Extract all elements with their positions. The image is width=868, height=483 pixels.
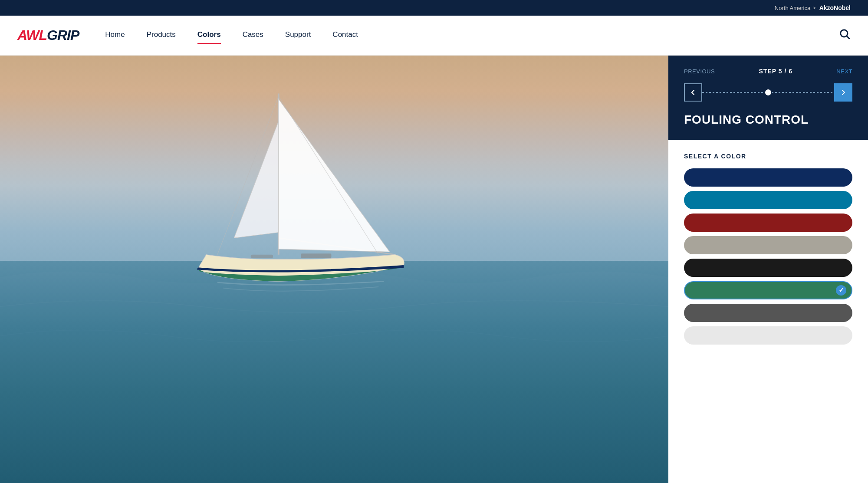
search-icon[interactable] bbox=[838, 28, 851, 43]
top-bar: North America > AkzoNobel bbox=[0, 0, 868, 16]
color-swatch-light-gray[interactable] bbox=[684, 326, 852, 345]
progress-line bbox=[702, 92, 834, 93]
previous-button[interactable]: PREVIOUS bbox=[684, 68, 715, 75]
color-selection-panel: SELECT A COLOR bbox=[668, 140, 868, 483]
water-ripples bbox=[0, 248, 668, 483]
nav-colors[interactable]: Colors bbox=[197, 30, 221, 41]
color-options-list bbox=[684, 168, 852, 345]
color-swatch-green[interactable] bbox=[684, 281, 852, 299]
color-swatch-navy[interactable] bbox=[684, 168, 852, 187]
nav-links: Home Products Colors Cases Support Conta… bbox=[105, 30, 838, 41]
svg-marker-5 bbox=[234, 122, 278, 238]
nav-home[interactable]: Home bbox=[105, 30, 125, 41]
nav-products[interactable]: Products bbox=[147, 30, 176, 41]
color-swatch-black[interactable] bbox=[684, 259, 852, 277]
color-swatch-red[interactable] bbox=[684, 214, 852, 232]
svg-line-1 bbox=[847, 36, 849, 39]
color-swatch-teal[interactable] bbox=[684, 191, 852, 209]
logo-grip: GRIP bbox=[47, 27, 79, 43]
chevron-icon: > bbox=[813, 5, 815, 10]
color-swatch-dark-gray[interactable] bbox=[684, 304, 852, 322]
region-label: North America bbox=[775, 5, 810, 11]
prev-arrow-button[interactable] bbox=[684, 83, 702, 102]
step-indicator: STEP 5 / 6 bbox=[759, 68, 792, 75]
step-progress-bar bbox=[684, 83, 852, 102]
logo[interactable]: AWLGRIP bbox=[17, 27, 79, 43]
step-header: PREVIOUS STEP 5 / 6 NEXT FOULING CONTROL bbox=[668, 56, 868, 140]
nav-cases[interactable]: Cases bbox=[243, 30, 263, 41]
region-selector[interactable]: North America > bbox=[775, 5, 816, 11]
svg-marker-4 bbox=[279, 99, 390, 252]
svg-point-0 bbox=[841, 30, 848, 37]
nav-support[interactable]: Support bbox=[285, 30, 311, 41]
progress-dot bbox=[765, 89, 771, 95]
right-panel: PREVIOUS STEP 5 / 6 NEXT FOULING CONTROL… bbox=[668, 56, 868, 483]
main-content: PREVIOUS STEP 5 / 6 NEXT FOULING CONTROL… bbox=[0, 56, 868, 483]
brand-label: AkzoNobel bbox=[819, 4, 851, 11]
step-title: FOULING CONTROL bbox=[684, 113, 852, 127]
color-section-title: SELECT A COLOR bbox=[684, 153, 852, 160]
next-button[interactable]: NEXT bbox=[836, 68, 852, 75]
main-nav: AWLGRIP Home Products Colors Cases Suppo… bbox=[0, 16, 868, 56]
nav-contact[interactable]: Contact bbox=[332, 30, 358, 41]
logo-awl: AWL bbox=[17, 27, 47, 43]
color-swatch-gray[interactable] bbox=[684, 236, 852, 254]
next-arrow-button[interactable] bbox=[834, 83, 852, 102]
step-navigation: PREVIOUS STEP 5 / 6 NEXT bbox=[684, 68, 852, 75]
boat-preview bbox=[0, 56, 668, 483]
